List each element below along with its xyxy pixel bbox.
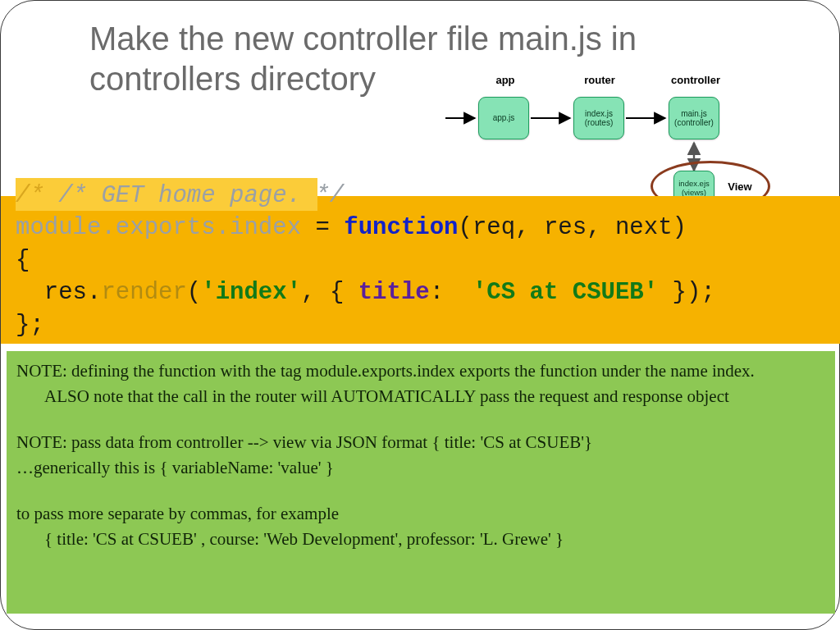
code-block: /* /* GET home page. */ module.exports.i…	[16, 180, 828, 341]
note-line: ALSO note that the call in the router wi…	[16, 385, 825, 409]
note-line: to pass more separate by commas, for exa…	[16, 502, 825, 526]
notes-panel: NOTE: defining the function with the tag…	[7, 351, 835, 614]
slide: Make the new controller file main.js in …	[0, 0, 840, 630]
note-line: { title: 'CS at CSUEB' , course: 'Web De…	[16, 527, 825, 551]
note-line: NOTE: defining the function with the tag…	[16, 359, 825, 383]
note-line: …generically this is { variableName: 'va…	[16, 456, 825, 480]
note-line: NOTE: pass data from controller --> view…	[16, 431, 825, 454]
